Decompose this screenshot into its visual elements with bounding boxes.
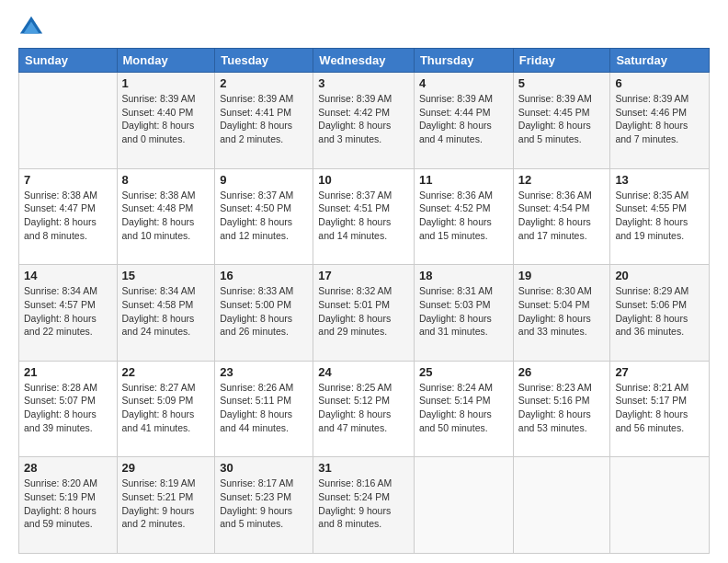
calendar-col-saturday: Saturday (610, 49, 710, 73)
day-info: Sunrise: 8:36 AM Sunset: 4:54 PM Dayligh… (518, 189, 606, 243)
day-info: Sunrise: 8:38 AM Sunset: 4:47 PM Dayligh… (24, 189, 112, 243)
day-number: 6 (615, 76, 704, 90)
calendar-cell: 31Sunrise: 8:16 AM Sunset: 5:24 PM Dayli… (313, 457, 415, 554)
calendar-cell: 25Sunrise: 8:24 AM Sunset: 5:14 PM Dayli… (414, 361, 513, 457)
calendar-week-row: 28Sunrise: 8:20 AM Sunset: 5:19 PM Dayli… (19, 457, 710, 554)
day-number: 16 (220, 269, 308, 282)
day-number: 30 (220, 461, 308, 475)
day-info: Sunrise: 8:28 AM Sunset: 5:07 PM Dayligh… (24, 381, 112, 435)
calendar-week-row: 1Sunrise: 8:39 AM Sunset: 4:40 PM Daylig… (19, 73, 710, 169)
calendar-col-tuesday: Tuesday (215, 49, 313, 73)
page: SundayMondayTuesdayWednesdayThursdayFrid… (0, 0, 728, 563)
calendar-cell: 4Sunrise: 8:39 AM Sunset: 4:44 PM Daylig… (414, 73, 513, 169)
day-number: 17 (318, 269, 409, 282)
calendar-col-friday: Friday (513, 49, 610, 73)
day-info: Sunrise: 8:37 AM Sunset: 4:51 PM Dayligh… (318, 189, 409, 243)
calendar-cell: 29Sunrise: 8:19 AM Sunset: 5:21 PM Dayli… (117, 457, 215, 554)
calendar-cell: 12Sunrise: 8:36 AM Sunset: 4:54 PM Dayli… (513, 168, 610, 265)
day-info: Sunrise: 8:34 AM Sunset: 4:57 PM Dayligh… (24, 284, 112, 339)
day-number: 31 (318, 461, 409, 475)
calendar-cell: 20Sunrise: 8:29 AM Sunset: 5:06 PM Dayli… (610, 265, 710, 362)
day-info: Sunrise: 8:16 AM Sunset: 5:24 PM Dayligh… (318, 477, 409, 531)
day-info: Sunrise: 8:39 AM Sunset: 4:46 PM Dayligh… (615, 92, 704, 146)
day-number: 3 (318, 76, 409, 90)
day-info: Sunrise: 8:17 AM Sunset: 5:23 PM Dayligh… (220, 477, 308, 531)
day-number: 2 (220, 76, 308, 90)
calendar-cell: 30Sunrise: 8:17 AM Sunset: 5:23 PM Dayli… (215, 457, 313, 554)
calendar-cell: 17Sunrise: 8:32 AM Sunset: 5:01 PM Dayli… (313, 265, 415, 362)
day-info: Sunrise: 8:32 AM Sunset: 5:01 PM Dayligh… (318, 284, 409, 339)
day-info: Sunrise: 8:19 AM Sunset: 5:21 PM Dayligh… (122, 477, 210, 531)
logo-icon (18, 15, 44, 40)
calendar-cell: 2Sunrise: 8:39 AM Sunset: 4:41 PM Daylig… (215, 73, 313, 169)
calendar-header-row: SundayMondayTuesdayWednesdayThursdayFrid… (19, 49, 710, 73)
day-info: Sunrise: 8:29 AM Sunset: 5:06 PM Dayligh… (615, 284, 704, 339)
day-info: Sunrise: 8:36 AM Sunset: 4:52 PM Dayligh… (419, 189, 508, 243)
calendar-cell: 6Sunrise: 8:39 AM Sunset: 4:46 PM Daylig… (610, 73, 710, 169)
calendar-cell: 13Sunrise: 8:35 AM Sunset: 4:55 PM Dayli… (610, 168, 710, 265)
day-number: 28 (24, 461, 112, 475)
day-number: 27 (615, 365, 704, 379)
calendar-cell: 21Sunrise: 8:28 AM Sunset: 5:07 PM Dayli… (19, 361, 118, 457)
day-info: Sunrise: 8:24 AM Sunset: 5:14 PM Dayligh… (419, 381, 508, 435)
calendar-week-row: 21Sunrise: 8:28 AM Sunset: 5:07 PM Dayli… (19, 361, 710, 457)
day-number: 7 (24, 173, 112, 187)
calendar-cell: 3Sunrise: 8:39 AM Sunset: 4:42 PM Daylig… (313, 73, 415, 169)
day-info: Sunrise: 8:23 AM Sunset: 5:16 PM Dayligh… (518, 381, 606, 435)
day-info: Sunrise: 8:25 AM Sunset: 5:12 PM Dayligh… (318, 381, 409, 435)
calendar-cell: 18Sunrise: 8:31 AM Sunset: 5:03 PM Dayli… (414, 265, 513, 362)
calendar-cell: 8Sunrise: 8:38 AM Sunset: 4:48 PM Daylig… (117, 168, 215, 265)
calendar-col-wednesday: Wednesday (313, 49, 415, 73)
calendar-cell: 1Sunrise: 8:39 AM Sunset: 4:40 PM Daylig… (117, 73, 215, 169)
day-number: 5 (518, 76, 606, 90)
day-info: Sunrise: 8:39 AM Sunset: 4:45 PM Dayligh… (518, 92, 606, 146)
day-info: Sunrise: 8:39 AM Sunset: 4:44 PM Dayligh… (419, 92, 508, 146)
calendar-table: SundayMondayTuesdayWednesdayThursdayFrid… (18, 48, 710, 554)
day-info: Sunrise: 8:35 AM Sunset: 4:55 PM Dayligh… (615, 189, 704, 243)
day-info: Sunrise: 8:31 AM Sunset: 5:03 PM Dayligh… (419, 284, 508, 339)
calendar-cell: 9Sunrise: 8:37 AM Sunset: 4:50 PM Daylig… (215, 168, 313, 265)
day-number: 15 (122, 269, 210, 282)
day-info: Sunrise: 8:20 AM Sunset: 5:19 PM Dayligh… (24, 477, 112, 531)
day-number: 25 (419, 365, 508, 379)
logo (18, 15, 48, 40)
day-number: 26 (518, 365, 606, 379)
day-number: 21 (24, 365, 112, 379)
day-number: 24 (318, 365, 409, 379)
day-number: 19 (518, 269, 606, 282)
day-number: 8 (122, 173, 210, 187)
day-number: 14 (24, 269, 112, 282)
calendar-cell (19, 73, 118, 169)
calendar-cell: 16Sunrise: 8:33 AM Sunset: 5:00 PM Dayli… (215, 265, 313, 362)
calendar-cell: 7Sunrise: 8:38 AM Sunset: 4:47 PM Daylig… (19, 168, 118, 265)
calendar-cell (610, 457, 710, 554)
header (18, 15, 710, 40)
calendar-cell: 10Sunrise: 8:37 AM Sunset: 4:51 PM Dayli… (313, 168, 415, 265)
calendar-cell (513, 457, 610, 554)
calendar-week-row: 7Sunrise: 8:38 AM Sunset: 4:47 PM Daylig… (19, 168, 710, 265)
day-number: 1 (122, 76, 210, 90)
calendar-cell: 15Sunrise: 8:34 AM Sunset: 4:58 PM Dayli… (117, 265, 215, 362)
day-info: Sunrise: 8:26 AM Sunset: 5:11 PM Dayligh… (220, 381, 308, 435)
day-info: Sunrise: 8:38 AM Sunset: 4:48 PM Dayligh… (122, 189, 210, 243)
day-info: Sunrise: 8:33 AM Sunset: 5:00 PM Dayligh… (220, 284, 308, 339)
day-number: 22 (122, 365, 210, 379)
calendar-cell: 27Sunrise: 8:21 AM Sunset: 5:17 PM Dayli… (610, 361, 710, 457)
day-number: 18 (419, 269, 508, 282)
day-info: Sunrise: 8:37 AM Sunset: 4:50 PM Dayligh… (220, 189, 308, 243)
calendar-cell: 22Sunrise: 8:27 AM Sunset: 5:09 PM Dayli… (117, 361, 215, 457)
calendar-cell: 24Sunrise: 8:25 AM Sunset: 5:12 PM Dayli… (313, 361, 415, 457)
day-info: Sunrise: 8:39 AM Sunset: 4:41 PM Dayligh… (220, 92, 308, 146)
day-number: 12 (518, 173, 606, 187)
day-number: 29 (122, 461, 210, 475)
day-info: Sunrise: 8:34 AM Sunset: 4:58 PM Dayligh… (122, 284, 210, 339)
calendar-week-row: 14Sunrise: 8:34 AM Sunset: 4:57 PM Dayli… (19, 265, 710, 362)
calendar-cell: 19Sunrise: 8:30 AM Sunset: 5:04 PM Dayli… (513, 265, 610, 362)
day-info: Sunrise: 8:39 AM Sunset: 4:40 PM Dayligh… (122, 92, 210, 146)
day-number: 23 (220, 365, 308, 379)
day-info: Sunrise: 8:27 AM Sunset: 5:09 PM Dayligh… (122, 381, 210, 435)
day-number: 9 (220, 173, 308, 187)
day-number: 20 (615, 269, 704, 282)
calendar-col-monday: Monday (117, 49, 215, 73)
calendar-cell: 11Sunrise: 8:36 AM Sunset: 4:52 PM Dayli… (414, 168, 513, 265)
